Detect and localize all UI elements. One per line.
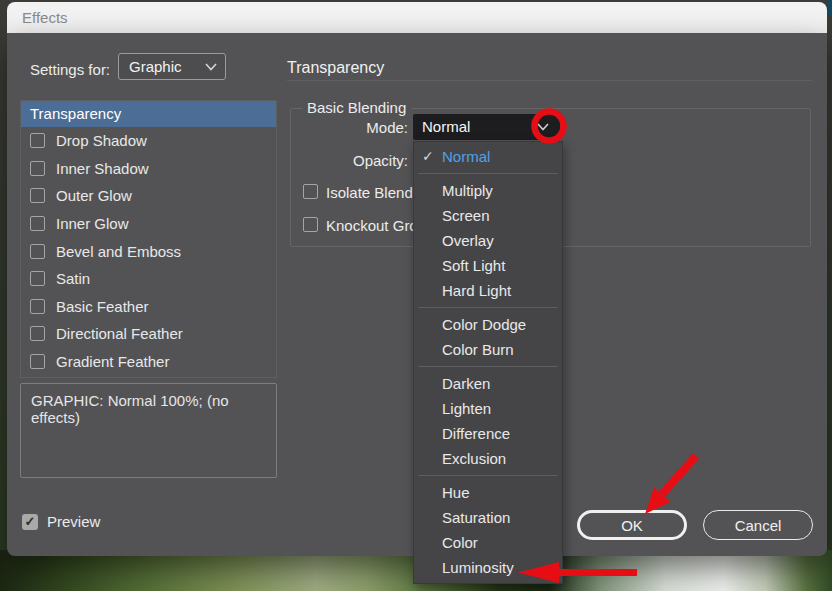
menu-separator bbox=[418, 366, 558, 367]
effect-row-directional-feather[interactable]: Directional Feather bbox=[21, 320, 276, 348]
chevron-down-icon[interactable] bbox=[537, 123, 549, 131]
menu-item-color-dodge[interactable]: Color Dodge bbox=[414, 312, 562, 337]
menu-item-label: Difference bbox=[442, 425, 510, 442]
effect-row-inner-shadow[interactable]: Inner Shadow bbox=[21, 155, 276, 183]
menu-item-soft-light[interactable]: Soft Light bbox=[414, 253, 562, 278]
basic-feather-checkbox[interactable] bbox=[30, 299, 45, 314]
screenshot-root: Effects Settings for: Graphic Transparen… bbox=[0, 0, 832, 591]
preview-label: Preview bbox=[47, 513, 100, 530]
panel-title-divider bbox=[287, 80, 812, 81]
menu-item-label: Normal bbox=[442, 148, 490, 165]
effects-summary-box: GRAPHIC: Normal 100%; (no effects) bbox=[20, 383, 277, 478]
menu-item-darken[interactable]: Darken bbox=[414, 371, 562, 396]
gradient-feather-checkbox[interactable] bbox=[30, 354, 45, 369]
checkmark-icon: ✓ bbox=[422, 144, 434, 169]
effect-label: Satin bbox=[56, 270, 90, 287]
cancel-button[interactable]: Cancel bbox=[703, 510, 813, 540]
blend-mode-menu: ✓NormalMultiplyScreenOverlaySoft LightHa… bbox=[413, 141, 563, 584]
dialog-title: Effects bbox=[22, 2, 68, 33]
effect-row-gradient-feather[interactable]: Gradient Feather bbox=[21, 348, 276, 376]
effect-row-drop-shadow[interactable]: Drop Shadow bbox=[21, 127, 276, 155]
menu-item-label: Color Dodge bbox=[442, 316, 526, 333]
effects-list-rows: Drop ShadowInner ShadowOuter GlowInner G… bbox=[21, 127, 276, 375]
opacity-label: Opacity: bbox=[290, 152, 408, 169]
basic-blending-legend: Basic Blending bbox=[302, 99, 411, 116]
menu-item-difference[interactable]: Difference bbox=[414, 421, 562, 446]
effect-label: Inner Shadow bbox=[56, 160, 149, 177]
background-window-edge bbox=[827, 0, 832, 16]
effect-row-inner-glow[interactable]: Inner Glow bbox=[21, 210, 276, 238]
effects-list-selected-row[interactable]: Transparency bbox=[21, 101, 276, 127]
menu-item-color-burn[interactable]: Color Burn bbox=[414, 337, 562, 362]
effect-label: Gradient Feather bbox=[56, 353, 169, 370]
menu-item-label: Hard Light bbox=[442, 282, 511, 299]
menu-item-label: Saturation bbox=[442, 509, 510, 526]
effect-label: Basic Feather bbox=[56, 298, 149, 315]
menu-separator bbox=[418, 475, 558, 476]
preview-checkbox[interactable]: ✓ bbox=[22, 514, 38, 530]
dialog-titlebar[interactable]: Effects bbox=[7, 2, 827, 33]
inner-shadow-checkbox[interactable] bbox=[30, 161, 45, 176]
menu-separator bbox=[418, 173, 558, 174]
menu-item-label: Multiply bbox=[442, 182, 493, 199]
menu-item-exclusion[interactable]: Exclusion bbox=[414, 446, 562, 471]
directional-feather-checkbox[interactable] bbox=[30, 326, 45, 341]
menu-item-lighten[interactable]: Lighten bbox=[414, 396, 562, 421]
settings-for-label: Settings for: bbox=[30, 61, 110, 78]
knockout-group-checkbox[interactable] bbox=[303, 217, 318, 232]
mode-label: Mode: bbox=[290, 119, 408, 136]
effect-label: Inner Glow bbox=[56, 215, 129, 232]
menu-item-hue[interactable]: Hue bbox=[414, 480, 562, 505]
menu-item-label: Lighten bbox=[442, 400, 491, 417]
menu-item-normal[interactable]: ✓Normal bbox=[414, 144, 562, 169]
menu-item-overlay[interactable]: Overlay bbox=[414, 228, 562, 253]
menu-item-label: Soft Light bbox=[442, 257, 505, 274]
menu-item-label: Screen bbox=[442, 207, 490, 224]
menu-item-screen[interactable]: Screen bbox=[414, 203, 562, 228]
menu-item-label: Darken bbox=[442, 375, 490, 392]
menu-item-label: Luminosity bbox=[442, 559, 514, 576]
menu-item-label: Color bbox=[442, 534, 478, 551]
outer-glow-checkbox[interactable] bbox=[30, 188, 45, 203]
satin-checkbox[interactable] bbox=[30, 271, 45, 286]
inner-glow-checkbox[interactable] bbox=[30, 216, 45, 231]
drop-shadow-checkbox[interactable] bbox=[30, 133, 45, 148]
effect-row-satin[interactable]: Satin bbox=[21, 265, 276, 293]
effect-label: Bevel and Emboss bbox=[56, 243, 181, 260]
menu-item-label: Exclusion bbox=[442, 450, 506, 467]
effects-summary-text: GRAPHIC: Normal 100%; (no effects) bbox=[31, 392, 229, 426]
effect-row-basic-feather[interactable]: Basic Feather bbox=[21, 293, 276, 321]
menu-separator bbox=[418, 307, 558, 308]
effects-list: Transparency Drop ShadowInner ShadowOute… bbox=[20, 100, 277, 378]
effect-row-outer-glow[interactable]: Outer Glow bbox=[21, 182, 276, 210]
menu-item-label: Color Burn bbox=[442, 341, 514, 358]
mode-value: Normal bbox=[422, 114, 470, 140]
isolate-blending-checkbox[interactable] bbox=[303, 184, 318, 199]
settings-for-value: Graphic bbox=[129, 54, 182, 79]
menu-item-label: Hue bbox=[442, 484, 470, 501]
effects-dialog: Settings for: Graphic Transparency Drop … bbox=[7, 33, 827, 556]
panel-title: Transparency bbox=[287, 59, 384, 77]
menu-item-saturation[interactable]: Saturation bbox=[414, 505, 562, 530]
menu-item-multiply[interactable]: Multiply bbox=[414, 178, 562, 203]
effect-label: Drop Shadow bbox=[56, 132, 147, 149]
menu-item-hard-light[interactable]: Hard Light bbox=[414, 278, 562, 303]
bevel-and-emboss-checkbox[interactable] bbox=[30, 244, 45, 259]
settings-for-dropdown[interactable]: Graphic bbox=[118, 53, 226, 80]
preview-row[interactable]: ✓ Preview bbox=[22, 513, 100, 530]
menu-item-luminosity[interactable]: Luminosity bbox=[414, 555, 562, 580]
effect-row-bevel-and-emboss[interactable]: Bevel and Emboss bbox=[21, 237, 276, 265]
menu-item-color[interactable]: Color bbox=[414, 530, 562, 555]
mode-dropdown[interactable]: Normal bbox=[413, 114, 560, 140]
menu-item-label: Overlay bbox=[442, 232, 494, 249]
chevron-down-icon bbox=[205, 63, 217, 71]
ok-button[interactable]: OK bbox=[577, 510, 687, 540]
effect-label: Directional Feather bbox=[56, 325, 183, 342]
effect-label: Outer Glow bbox=[56, 187, 132, 204]
